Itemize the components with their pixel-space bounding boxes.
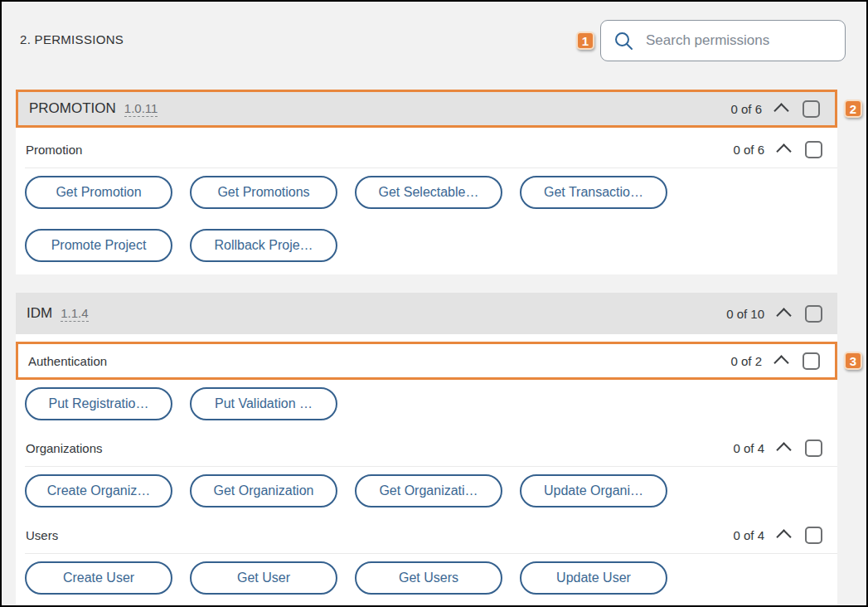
page-title: 2. PERMISSIONS — [20, 32, 124, 46]
permission-section: PROMOTION 1.0.11 0 of 6 2 Promotion 0 of… — [16, 90, 837, 274]
permission-button[interactable]: Create User — [25, 561, 172, 595]
group-name: Authentication — [28, 354, 107, 368]
permission-group: Authentication 0 of 2 3 Put Registratio…… — [16, 342, 837, 430]
section-header[interactable]: IDM 1.1.4 0 of 10 — [16, 293, 837, 334]
section-name: IDM — [27, 305, 52, 322]
section-header[interactable]: PROMOTION 1.0.11 0 of 6 — [18, 92, 835, 125]
permission-button[interactable]: Get Organization — [190, 474, 337, 507]
section-count: 0 of 6 — [730, 102, 762, 116]
chevron-up-icon[interactable] — [776, 529, 791, 544]
callout-badge: 3 — [844, 352, 862, 370]
permission-group: Users 0 of 4 Create User Get User Get Us… — [16, 517, 837, 604]
section-version[interactable]: 1.0.11 — [124, 100, 158, 118]
group-header[interactable]: Users 0 of 4 — [16, 517, 837, 553]
chevron-up-icon[interactable] — [776, 308, 791, 323]
permission-buttons: Put Registratio… Put Validation … — [16, 380, 837, 430]
callout-badge: 2 — [844, 100, 862, 118]
permission-buttons: Get Promotion Get Promotions Get Selecta… — [16, 168, 837, 271]
group-count: 0 of 4 — [733, 441, 764, 455]
section-groups: Promotion 0 of 6 Get Promotion Get Promo… — [16, 128, 837, 274]
permission-button[interactable]: Update Organi… — [520, 474, 667, 507]
group-count: 0 of 2 — [730, 354, 762, 368]
section-version[interactable]: 1.1.4 — [61, 305, 88, 323]
chevron-up-icon[interactable] — [776, 143, 791, 158]
section-count: 0 of 10 — [726, 307, 764, 321]
group-header[interactable]: Organizations 0 of 4 — [16, 430, 837, 466]
callout-badge-1: 1 — [576, 32, 594, 50]
chevron-up-icon[interactable] — [773, 103, 788, 118]
permission-button[interactable]: Get User — [190, 561, 337, 595]
permission-button[interactable]: Create Organiz… — [25, 474, 172, 507]
search-area: 1 — [576, 20, 846, 61]
group-count: 0 of 6 — [733, 143, 764, 157]
group-checkbox[interactable] — [805, 439, 822, 457]
group-checkbox[interactable] — [805, 141, 822, 158]
topbar: 2. PERMISSIONS 1 — [2, 2, 866, 90]
group-name: Organizations — [26, 441, 103, 455]
permission-button[interactable]: Get Selectable… — [355, 176, 502, 209]
section-checkbox[interactable] — [803, 100, 820, 118]
section-groups: Authentication 0 of 2 3 Put Registratio…… — [16, 334, 837, 607]
permission-button[interactable]: Rollback Proje… — [190, 229, 337, 262]
sections: PROMOTION 1.0.11 0 of 6 2 Promotion 0 of… — [16, 90, 837, 607]
group-name: Users — [26, 528, 58, 542]
permission-button[interactable]: Get Promotions — [190, 176, 337, 209]
search-box[interactable] — [600, 20, 846, 61]
permission-buttons: Create Organiz… Get Organization Get Org… — [16, 467, 837, 517]
permission-button[interactable]: Get Organizati… — [355, 474, 502, 507]
magnifier-icon[interactable] — [614, 32, 633, 51]
permissions-panel: 2. PERMISSIONS 1 PROMOTION 1.0.11 0 of 6 — [0, 0, 868, 607]
section-name: PROMOTION — [29, 100, 116, 117]
permission-button[interactable]: Update User — [520, 561, 667, 595]
group-checkbox[interactable] — [805, 527, 822, 544]
permission-button[interactable]: Get Promotion — [25, 176, 172, 209]
section-checkbox[interactable] — [805, 305, 822, 323]
chevron-up-icon[interactable] — [776, 442, 791, 457]
group-header[interactable]: Authentication 0 of 2 — [18, 344, 835, 377]
permission-group: Organizations 0 of 4 Create Organiz… Get… — [16, 430, 837, 517]
permission-button[interactable]: Promote Project — [25, 229, 172, 262]
permission-button[interactable]: Put Registratio… — [25, 387, 172, 420]
permission-group: Promotion 0 of 6 Get Promotion Get Promo… — [16, 131, 837, 271]
permission-section: IDM 1.1.4 0 of 10 Authentication 0 of 2 — [16, 293, 837, 607]
search-input[interactable] — [644, 32, 835, 50]
group-checkbox[interactable] — [803, 352, 820, 370]
permission-button[interactable]: Get Users — [355, 561, 502, 595]
chevron-up-icon[interactable] — [773, 355, 788, 370]
permission-button[interactable]: Put Validation … — [190, 387, 337, 420]
permission-buttons: Create User Get User Get Users Update Us… — [16, 554, 837, 604]
group-name: Promotion — [26, 143, 82, 157]
group-header[interactable]: Promotion 0 of 6 — [16, 131, 837, 168]
permission-button[interactable]: Get Transactio… — [520, 176, 667, 209]
group-count: 0 of 4 — [733, 528, 764, 542]
